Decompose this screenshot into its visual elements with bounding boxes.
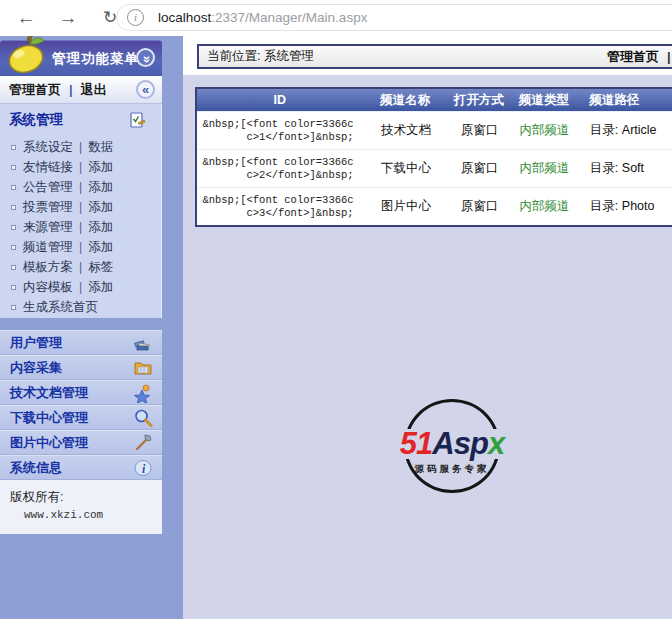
sidebar-item-system-info[interactable]: 系统信息 i [0, 455, 162, 480]
menu-item-content-templates[interactable]: 内容模板|添加 [9, 277, 161, 297]
menu-item-action[interactable]: 数据 [88, 139, 113, 156]
url-host: localhost [158, 10, 211, 25]
menu-item-label[interactable]: 内容模板 [23, 279, 73, 296]
bullet-icon [11, 165, 16, 170]
menu-item-action[interactable]: 添加 [88, 179, 113, 196]
header-channel-name: 频道名称 [363, 92, 448, 109]
app-window: ← → ↻ i localhost:2337/Manager/Main.aspx… [0, 0, 672, 619]
menu-item-label[interactable]: 投票管理 [23, 199, 73, 216]
bullet-icon [11, 185, 16, 190]
cell-channel-path: 目录: Article [578, 122, 672, 139]
menu-item-voting[interactable]: 投票管理|添加 [9, 197, 161, 217]
menu-item-action[interactable]: 添加 [88, 199, 113, 216]
table-row[interactable]: &nbsp;[<font color=3366cc>2</font>]&nbsp… [197, 149, 672, 187]
collapse-sidebar-button[interactable]: « [136, 80, 155, 99]
bullet-icon [11, 205, 16, 210]
menu-item-label[interactable]: 系统设定 [23, 139, 73, 156]
cell-channel-type: 内部频道 [511, 198, 578, 215]
watermark-51: 51 [400, 426, 432, 462]
table-row[interactable]: &nbsp;[<font color=3366cc>3</font>]&nbsp… [197, 187, 672, 225]
location-bar-right: 管理首页| [607, 48, 671, 66]
address-bar[interactable]: i localhost:2337/Manager/Main.aspx [116, 4, 672, 31]
cell-id: &nbsp;[<font color=3366cc>1</font>]&nbsp… [197, 118, 364, 144]
cell-channel-path: 目录: Photo [578, 198, 672, 215]
cell-channel-name[interactable]: 技术文档 [364, 122, 449, 139]
sidebar-item-content-collection[interactable]: 内容采集 [0, 355, 162, 380]
watermark-wordmark: 51Aspx [362, 429, 542, 459]
menu-item-action[interactable]: 添加 [88, 239, 113, 256]
menu-item-generate-homepage[interactable]: 生成系统首页 [9, 297, 161, 317]
sidebar-item-user-management[interactable]: 用户管理 [0, 330, 162, 355]
site-info-icon[interactable]: i [127, 9, 144, 26]
copyright-panel: 版权所有: www.xkzi.com [0, 480, 162, 534]
menu-item-label[interactable]: 生成系统首页 [23, 299, 98, 316]
menu-item-label[interactable]: 公告管理 [23, 179, 73, 196]
manager-home-link[interactable]: 管理首页 [9, 81, 61, 99]
header-open-mode: 打开方式 [448, 92, 511, 109]
menu-item-friend-links[interactable]: 友情链接|添加 [9, 157, 161, 177]
menu-item-system-settings[interactable]: 系统设定|数据 [9, 137, 161, 157]
section-label: 系统信息 [10, 459, 62, 477]
lemon-logo-icon [4, 32, 50, 80]
section-label: 用户管理 [10, 334, 62, 352]
system-section-header[interactable]: 系统管理 [9, 111, 161, 129]
table-row[interactable]: &nbsp;[<font color=3366cc>1</font>]&nbsp… [197, 111, 672, 149]
system-management-panel: 系统管理 系统设定|数据 友情链接|添加 公告管理|添加 投票管理|添加 来源管… [0, 104, 162, 318]
cell-channel-type: 内部频道 [511, 160, 578, 177]
sidebar-section-list: 用户管理 内容采集 技术文档管理 [0, 330, 162, 480]
forward-icon[interactable]: → [54, 4, 82, 32]
menu-item-label[interactable]: 频道管理 [23, 239, 73, 256]
menu-item-label[interactable]: 来源管理 [23, 219, 73, 236]
bullet-icon [11, 145, 16, 150]
back-icon[interactable]: ← [12, 4, 40, 32]
menu-item-separator: | [79, 160, 82, 174]
menu-item-announcements[interactable]: 公告管理|添加 [9, 177, 161, 197]
section-label: 技术文档管理 [10, 384, 88, 402]
cell-open-mode: 原窗口 [448, 122, 510, 139]
section-label: 下载中心管理 [10, 409, 88, 427]
location-bar: 当前位置: 系统管理 管理首页| [197, 44, 672, 69]
sidebar-item-download-center-management[interactable]: 下载中心管理 [0, 405, 162, 430]
cell-channel-name[interactable]: 图片中心 [364, 198, 449, 215]
browser-toolbar: ← → ↻ i localhost:2337/Manager/Main.aspx [0, 0, 672, 36]
info-icon: i [133, 458, 153, 478]
cell-id: &nbsp;[<font color=3366cc>2</font>]&nbsp… [197, 156, 364, 182]
bullet-icon [11, 305, 16, 310]
menu-item-label[interactable]: 友情链接 [23, 159, 73, 176]
sidebar-item-image-center-management[interactable]: 图片中心管理 [0, 430, 162, 455]
menu-item-action[interactable]: 添加 [88, 279, 113, 296]
channel-table: ID 频道名称 打开方式 频道类型 频道路径 &nbsp;[<font colo… [195, 87, 672, 227]
header-channel-type: 频道类型 [510, 92, 577, 109]
topbar-separator: | [69, 82, 73, 97]
header-id: ID [197, 93, 363, 107]
cell-channel-path: 目录: Soft [578, 160, 672, 177]
menu-item-separator: | [79, 180, 82, 194]
menu-item-template-schemes[interactable]: 模板方案|标签 [9, 257, 161, 277]
logout-link[interactable]: 退出 [81, 81, 107, 99]
menu-item-sources[interactable]: 来源管理|添加 [9, 217, 161, 237]
watermark-asp: Asp [432, 426, 488, 462]
menu-item-action[interactable]: 添加 [88, 159, 113, 176]
sidebar-title: 管理功能菜单 [52, 50, 139, 68]
menu-item-action[interactable]: 添加 [88, 219, 113, 236]
main-content: 当前位置: 系统管理 管理首页| ID 频道名称 打开方式 频道类型 频道路径 … [183, 36, 672, 619]
copyright-url: www.xkzi.com [24, 509, 162, 521]
menu-item-separator: | [79, 260, 82, 274]
cell-channel-name[interactable]: 下载中心 [364, 160, 449, 177]
sidebar-item-tech-doc-management[interactable]: 技术文档管理 [0, 380, 162, 405]
menu-item-action[interactable]: 标签 [88, 259, 113, 276]
manager-home-link-top[interactable]: 管理首页 [607, 49, 659, 64]
section-label: 图片中心管理 [10, 434, 88, 452]
url-text: localhost:2337/Manager/Main.aspx [158, 10, 367, 25]
magnifier-icon [133, 408, 153, 428]
sidebar-topbar: 管理首页 | 退出 « [0, 76, 162, 104]
menu-item-channels[interactable]: 频道管理|添加 [9, 237, 161, 257]
section-label: 内容采集 [10, 359, 62, 377]
breadcrumb: 当前位置: 系统管理 [207, 48, 314, 65]
location-bar-divider: | [667, 49, 671, 64]
folder-icon [133, 358, 153, 378]
header-channel-path: 频道路径 [577, 92, 672, 109]
collapse-all-button[interactable]: « [136, 48, 155, 67]
menu-item-label[interactable]: 模板方案 [23, 259, 73, 276]
menu-item-separator: | [79, 280, 82, 294]
